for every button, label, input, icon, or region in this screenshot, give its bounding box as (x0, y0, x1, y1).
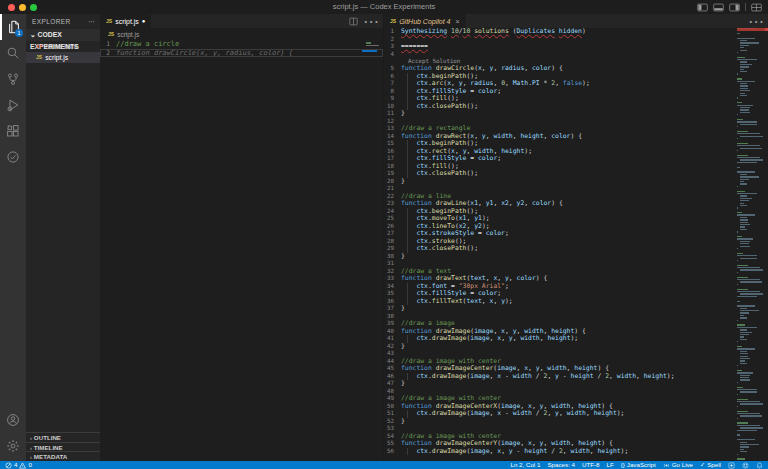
code-line[interactable]: 36 ctx.fillText(text, x, y); (384, 298, 737, 306)
activity-item-circle-check circle-check-icon[interactable] (0, 144, 26, 170)
html-file-icon: <> (36, 41, 42, 52)
activity-item-search search-icon[interactable] (0, 40, 26, 66)
status-item-label: Spell (707, 461, 721, 469)
split-editor-icon[interactable] (349, 17, 358, 26)
status-item-extension-status[interactable] (728, 462, 735, 469)
code-line[interactable]: 42} (384, 343, 737, 351)
chevron-right-icon: › (30, 445, 32, 451)
line-number: 13 (384, 125, 401, 133)
left-tab-bar: JS script.js ● ⋯ (100, 14, 383, 28)
titlebar-separator (745, 3, 746, 11)
code-text: ctx.drawImage(image, x, y, width, height… (401, 335, 578, 343)
activity-item-account account-icon[interactable] (0, 407, 26, 433)
code-line[interactable]: 1//draw a circle (100, 40, 383, 49)
code-line[interactable]: 56 ctx.drawImage(image, x, y - height / … (384, 448, 737, 456)
code-line[interactable]: 2 (384, 36, 737, 44)
toggle-panel-icon[interactable] (713, 3, 724, 12)
line-number: 6 (384, 73, 401, 81)
sidebar-section-outline[interactable]: ›OUTLINE (26, 432, 100, 442)
status-item-eol[interactable]: LF (606, 461, 613, 469)
activity-item-extensions extensions-icon[interactable] (0, 118, 26, 144)
activity-item-settings settings-icon[interactable] (0, 433, 26, 459)
line-number: 38 (384, 313, 401, 321)
code-line[interactable]: 51 ctx.drawImage(image, x - width / 2, y… (384, 410, 737, 418)
code-line[interactable]: 37} (384, 305, 737, 313)
line-number: 48 (384, 388, 401, 396)
code-line[interactable]: 11} (384, 110, 737, 118)
editor-group-right: JS GitHub Copilot 4 × ⋯ 1Synthesizing 10… (383, 14, 768, 461)
code-line[interactable]: 41 ctx.drawImage(image, x, y, width, hei… (384, 335, 737, 343)
folder-section-header[interactable]: ⌄ CODEX EXPERIMENTS (26, 29, 100, 41)
dirty-indicator-icon[interactable]: ● (142, 18, 146, 24)
sidebar-section-timeline[interactable]: ›TIMELINE (26, 442, 100, 452)
line-number: 33 (384, 275, 401, 283)
file-tree: <>home.htmlJSscript.js (26, 41, 100, 63)
code-line[interactable]: 19 ctx.closePath(); (384, 170, 737, 178)
status-item-go-live[interactable]: Go Live (663, 461, 693, 469)
line-number: 10 (384, 103, 401, 111)
left-editor-minimap[interactable] (366, 42, 379, 47)
line-number: 40 (384, 328, 401, 336)
code-text: Synthesizing 10/10 solutions (Duplicates… (401, 28, 586, 36)
line-number: 28 (384, 238, 401, 246)
file-item-home-html[interactable]: <>home.html (26, 41, 100, 52)
status-item-spell-checker[interactable]: ✓Spell (700, 461, 721, 469)
editor-group-left: JS script.js ● ⋯ JS script.js 1//draw a … (100, 14, 383, 461)
toggle-sidebar-icon[interactable] (697, 3, 708, 12)
line-number: 45 (384, 365, 401, 373)
status-item-cursor-position[interactable]: Ln 2, Col 1 (510, 461, 540, 469)
copilot-solutions-code-area[interactable]: 1Synthesizing 10/10 solutions (Duplicate… (384, 28, 737, 461)
breadcrumb[interactable]: JS script.js (100, 28, 383, 40)
line-number: 25 (384, 215, 401, 223)
code-line[interactable]: 46 ctx.drawImage(image, x - width / 2, y… (384, 373, 737, 381)
sidebar-more-actions-icon[interactable]: ⋯ (88, 14, 95, 29)
sidebar-section-metadata[interactable]: ›METADATA (26, 451, 100, 461)
line-number: 51 (384, 410, 401, 418)
line-number: 21 (384, 185, 401, 193)
tab-github-copilot[interactable]: JS GitHub Copilot 4 × (384, 14, 466, 28)
bell-icon (756, 462, 763, 469)
line-number: 12 (384, 118, 401, 126)
status-item-indentation[interactable]: Spaces: 4 (547, 461, 575, 469)
code-line[interactable]: 2function drawCircle(x, y, radius, color… (100, 49, 383, 58)
right-tab-bar: JS GitHub Copilot 4 × ⋯ (384, 14, 768, 28)
close-tab-icon[interactable]: × (455, 18, 459, 25)
file-item-script-js[interactable]: JSscript.js (26, 52, 100, 63)
code-line[interactable]: 4 (384, 51, 737, 59)
line-number: 2 (100, 49, 116, 58)
status-item-label: JavaScript (627, 461, 656, 469)
status-item-label: Ln 2, Col 1 (510, 461, 540, 469)
line-number: 47 (384, 380, 401, 388)
code-line[interactable]: 3======= (384, 43, 737, 51)
minimap[interactable] (737, 28, 765, 461)
code-line[interactable]: 1Synthesizing 10/10 solutions (Duplicate… (384, 28, 737, 36)
code-line[interactable]: 10 ctx.closePath(); (384, 103, 737, 111)
activity-item-run-debug run-debug-icon[interactable] (0, 92, 26, 118)
activity-item-explorer explorer-icon[interactable]: 1 (0, 14, 26, 40)
tab-script-js[interactable]: JS script.js ● (100, 14, 151, 28)
status-item-encoding[interactable]: UTF-8 (582, 461, 600, 469)
line-number: 4 (384, 51, 401, 59)
activity-bar-top: 1 (0, 14, 26, 170)
code-text: } (401, 305, 405, 313)
left-editor-actions: ⋯ (349, 14, 379, 28)
code-line[interactable]: 30} (384, 253, 737, 261)
code-text: ctx.closePath(); (401, 245, 478, 253)
line-number: 1 (100, 40, 116, 49)
problems-status[interactable]: 4 0 (5, 461, 32, 469)
code-line[interactable]: 20} (384, 178, 737, 186)
more-actions-icon[interactable]: ⋯ (363, 12, 379, 31)
left-editor-code-area[interactable]: 1//draw a circle2function drawCircle(x, … (100, 40, 383, 461)
code-text: } (401, 178, 405, 186)
customize-layout-icon[interactable] (751, 3, 762, 12)
code-line[interactable]: 47} (384, 380, 737, 388)
status-item-feedback[interactable] (742, 462, 749, 469)
code-line[interactable]: 52} (384, 418, 737, 426)
toggle-secondary-sidebar-icon[interactable] (729, 3, 740, 12)
status-item-notifications[interactable] (756, 462, 763, 469)
line-number: 56 (384, 448, 401, 456)
code-line[interactable]: 29 ctx.closePath(); (384, 245, 737, 253)
status-item-language-mode[interactable]: {}JavaScript (621, 461, 656, 469)
activity-item-source-control source-control-icon[interactable] (0, 66, 26, 92)
breadcrumb-item[interactable]: script.js (117, 31, 139, 38)
